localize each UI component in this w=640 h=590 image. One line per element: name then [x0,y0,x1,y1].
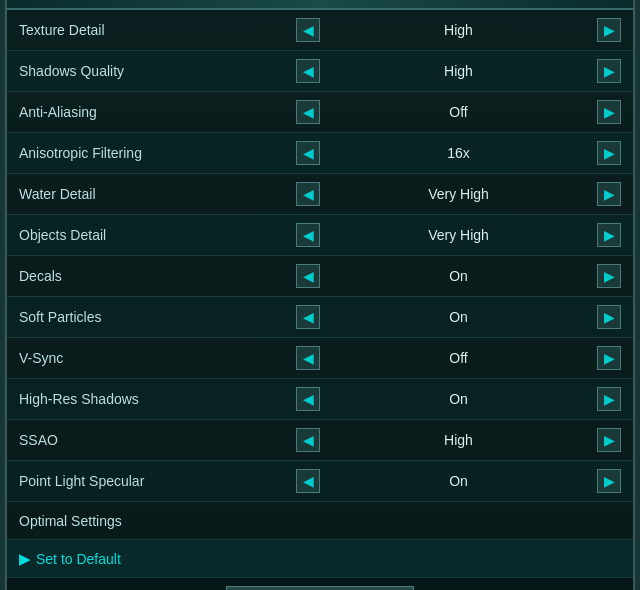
set-default-label: Set to Default [36,551,121,567]
setting-label: Anti-Aliasing [19,104,296,120]
setting-value: Off [320,104,597,120]
setting-label: Water Detail [19,186,296,202]
arrow-right-button[interactable]: ▶ [597,387,621,411]
setting-label: Point Light Specular [19,473,296,489]
arrow-left-button[interactable]: ◀ [296,100,320,124]
setting-row: Shadows Quality◀High▶ [7,51,633,92]
setting-value: On [320,309,597,325]
setting-value: Off [320,350,597,366]
setting-row: V-Sync◀Off▶ [7,338,633,379]
setting-value: On [320,268,597,284]
setting-row: Water Detail◀Very High▶ [7,174,633,215]
setting-row: Decals◀On▶ [7,256,633,297]
optimal-settings-row: Optimal Settings [7,502,633,540]
arrow-right-button[interactable]: ▶ [597,469,621,493]
title-bar: ADVANCED DISPLAY SETTINGS ✕ [7,0,633,10]
setting-value: 16x [320,145,597,161]
setting-label: Soft Particles [19,309,296,325]
arrow-right-button[interactable]: ▶ [597,264,621,288]
arrow-left-button[interactable]: ◀ [296,428,320,452]
setting-label: Objects Detail [19,227,296,243]
arrow-right-button[interactable]: ▶ [597,346,621,370]
arrow-right-button[interactable]: ▶ [597,182,621,206]
arrow-left-button[interactable]: ◀ [296,141,320,165]
arrow-right-button[interactable]: ▶ [597,428,621,452]
arrow-right-button[interactable]: ▶ [597,59,621,83]
set-default-arrow-icon: ▶ [19,551,30,567]
arrow-right-button[interactable]: ▶ [597,100,621,124]
arrow-left-button[interactable]: ◀ [296,264,320,288]
arrow-left-button[interactable]: ◀ [296,387,320,411]
set-to-default-row[interactable]: ▶ Set to Default [7,540,633,578]
setting-row: High-Res Shadows◀On▶ [7,379,633,420]
setting-label: SSAO [19,432,296,448]
setting-row: Anisotropic Filtering◀16x▶ [7,133,633,174]
setting-value: Very High [320,227,597,243]
setting-row: Soft Particles◀On▶ [7,297,633,338]
setting-value: On [320,473,597,489]
setting-row: Objects Detail◀Very High▶ [7,215,633,256]
setting-value: High [320,22,597,38]
optimal-settings-label: Optimal Settings [19,513,122,529]
setting-row: Point Light Specular◀On▶ [7,461,633,502]
setting-label: V-Sync [19,350,296,366]
setting-label: High-Res Shadows [19,391,296,407]
arrow-left-button[interactable]: ◀ [296,18,320,42]
arrow-left-button[interactable]: ◀ [296,223,320,247]
arrow-right-button[interactable]: ▶ [597,305,621,329]
arrow-left-button[interactable]: ◀ [296,182,320,206]
setting-value: High [320,432,597,448]
arrow-left-button[interactable]: ◀ [296,59,320,83]
arrow-right-button[interactable]: ▶ [597,18,621,42]
advanced-display-panel: ADVANCED DISPLAY SETTINGS ✕ Texture Deta… [5,0,635,590]
setting-label: Shadows Quality [19,63,296,79]
settings-list: Texture Detail◀High▶Shadows Quality◀High… [7,10,633,502]
accept-btn-row: Accept changes [7,578,633,590]
arrow-right-button[interactable]: ▶ [597,223,621,247]
setting-label: Texture Detail [19,22,296,38]
arrow-left-button[interactable]: ◀ [296,469,320,493]
setting-label: Anisotropic Filtering [19,145,296,161]
arrow-right-button[interactable]: ▶ [597,141,621,165]
setting-row: Anti-Aliasing◀Off▶ [7,92,633,133]
setting-value: High [320,63,597,79]
setting-label: Decals [19,268,296,284]
setting-row: Texture Detail◀High▶ [7,10,633,51]
arrow-left-button[interactable]: ◀ [296,346,320,370]
arrow-left-button[interactable]: ◀ [296,305,320,329]
setting-value: On [320,391,597,407]
accept-changes-button[interactable]: Accept changes [226,586,415,590]
setting-value: Very High [320,186,597,202]
setting-row: SSAO◀High▶ [7,420,633,461]
